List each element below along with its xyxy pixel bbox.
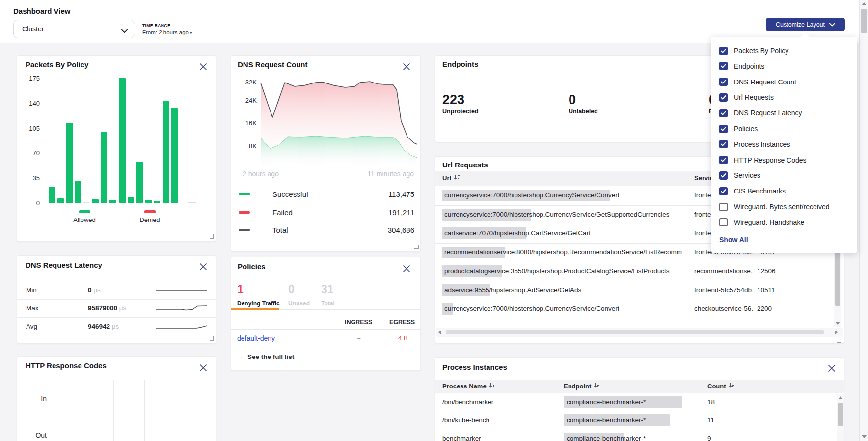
checkbox-checked-icon[interactable] [719, 47, 728, 55]
card-title: Url Requests [442, 161, 488, 169]
close-icon[interactable] [200, 63, 207, 70]
y-axis-tick: 70 [20, 149, 40, 157]
url-table-row: currencyservice:7000/hipstershop.Currenc… [435, 300, 844, 319]
url-table-hscrollbar[interactable] [436, 328, 843, 337]
menu-item-endpoints[interactable]: Endpoints [719, 61, 764, 72]
menu-item-packets-by-policy[interactable]: Packets By Policy [719, 45, 788, 56]
policies-tab-total[interactable]: Total [321, 300, 335, 307]
menu-item-wireguard-handshake[interactable]: Wireguard. Handshake [719, 217, 804, 228]
page-scrollbar-thumb[interactable] [861, 9, 867, 33]
checkbox-checked-icon[interactable] [719, 125, 728, 133]
checkbox-checked-icon[interactable] [719, 187, 728, 195]
policies-tab-denying-traffic[interactable]: Denying Traffic [237, 300, 280, 307]
close-icon[interactable] [828, 365, 835, 372]
url-cell: adservice:9555/hipstershop.AdService/Get… [444, 286, 581, 294]
close-icon[interactable] [403, 265, 410, 272]
legend-value: 113,475 [388, 190, 414, 198]
checkbox-checked-icon[interactable] [719, 140, 728, 148]
process-table-vscrollbar[interactable] [837, 394, 844, 441]
latency-row-min: Min0 μs [17, 281, 216, 300]
see-full-list-link[interactable]: → See the full list [237, 353, 294, 360]
sort-icon[interactable] [489, 383, 495, 390]
checkbox-checked-icon[interactable] [719, 93, 728, 102]
count-cell: 11 [707, 416, 714, 424]
checkbox-checked-icon[interactable] [719, 62, 728, 70]
menu-item-dns-request-count[interactable]: DNS Request Count [719, 77, 796, 87]
menu-item-wireguard-bytes-sent-received[interactable]: Wireguard. Bytes sent/received [719, 201, 830, 212]
checkbox-checked-icon[interactable] [719, 78, 728, 86]
legend-label: Successful [272, 190, 308, 198]
policies-tab-value: 1 [237, 283, 244, 296]
packets-by-policy-card: Packets By Policy 17514010570350AllowedD… [17, 55, 216, 242]
resize-handle[interactable] [414, 245, 419, 249]
scroll-down-arrow-icon[interactable] [835, 322, 840, 325]
column-header-count[interactable]: Count [707, 383, 735, 390]
latency-row-avg: Avg946942 μs [17, 317, 216, 336]
latency-value: 0 μs [88, 286, 101, 294]
menu-item-http-response-codes[interactable]: HTTP Response Codes [719, 155, 807, 165]
scroll-up-arrow-icon[interactable] [838, 396, 843, 399]
menu-item-url-requests[interactable]: Url Requests [719, 92, 774, 103]
menu-item-label: Url Requests [734, 93, 774, 101]
menu-item-policies[interactable]: Policies [719, 123, 758, 134]
column-label: Endpoint [564, 383, 591, 390]
close-icon[interactable] [200, 364, 207, 371]
checkbox-checked-icon[interactable] [719, 156, 728, 164]
legend-value: 191,211 [388, 208, 414, 217]
time-range-from[interactable]: From: 2 hours ago ▾ [142, 29, 192, 35]
page-scrollbar[interactable] [859, 0, 868, 441]
checkbox-unchecked-icon[interactable] [719, 203, 728, 211]
service-cell: recommendationse… [694, 267, 753, 275]
table-header-row [435, 380, 844, 393]
customize-layout-button[interactable]: Customize Layout [766, 18, 845, 31]
checkbox-unchecked-icon[interactable] [719, 218, 728, 226]
gridline [175, 380, 175, 441]
egress-header: EGRESS [389, 319, 415, 326]
sort-icon[interactable] [454, 174, 460, 182]
column-header-process-name[interactable]: Process Name [442, 383, 495, 390]
allowed-bar [92, 199, 99, 203]
count-cell: 2200 [757, 305, 772, 312]
sort-icon[interactable] [594, 383, 600, 390]
menu-item-process-instances[interactable]: Process Instances [719, 139, 790, 150]
y-axis-tick: 32K [237, 79, 257, 86]
view-selector[interactable]: Cluster [13, 20, 135, 38]
close-icon[interactable] [200, 263, 207, 270]
sort-icon[interactable] [729, 383, 735, 390]
resize-handle[interactable] [210, 234, 214, 239]
legend-label: Denied [130, 216, 169, 223]
scroll-up-arrow-icon[interactable] [862, 2, 867, 5]
scrollbar-thumb[interactable] [838, 403, 843, 426]
count-cell: 18 [707, 398, 715, 406]
y-axis-tick: 175 [20, 75, 40, 82]
legend-row-failed: Failed191,211 [231, 203, 420, 221]
menu-item-label: CIS Benchmarks [734, 187, 786, 195]
gridline [144, 380, 145, 441]
scroll-left-arrow-icon[interactable] [438, 330, 441, 335]
scroll-right-arrow-icon[interactable] [835, 330, 838, 335]
menu-item-cis-benchmarks[interactable]: CIS Benchmarks [719, 186, 786, 196]
column-header-url[interactable]: Url [442, 174, 460, 182]
checkbox-checked-icon[interactable] [719, 171, 728, 180]
policies-tab-unused[interactable]: Unused [288, 300, 310, 307]
legend-label: Failed [272, 208, 293, 217]
column-header-endpoint[interactable]: Endpoint [564, 383, 600, 390]
url-cell: currencyservice:7000/hipstershop.Currenc… [444, 192, 619, 199]
show-all-link[interactable]: Show All [719, 236, 748, 244]
latency-sparkline [156, 303, 208, 313]
scroll-down-arrow-icon[interactable] [862, 435, 867, 438]
menu-item-services[interactable]: Services [719, 170, 760, 181]
checkbox-checked-icon[interactable] [719, 109, 728, 117]
policy-link-default-deny[interactable]: default-deny [237, 334, 275, 342]
y-axis-tick: 16K [237, 119, 257, 127]
process-name-cell: benchmarker [442, 435, 481, 441]
resize-handle[interactable] [837, 338, 841, 343]
close-icon[interactable] [403, 63, 410, 70]
resize-handle[interactable] [210, 336, 214, 341]
menu-item-dns-request-latency[interactable]: DNS Request Latency [719, 108, 802, 118]
chevron-down-icon [829, 23, 835, 27]
menu-item-label: DNS Request Count [734, 78, 796, 86]
stat-label: Unprotected [442, 108, 479, 115]
scrollbar-thumb[interactable] [446, 330, 824, 334]
time-range-control[interactable]: TIME RANGE From: 2 hours ago ▾ [142, 23, 192, 35]
